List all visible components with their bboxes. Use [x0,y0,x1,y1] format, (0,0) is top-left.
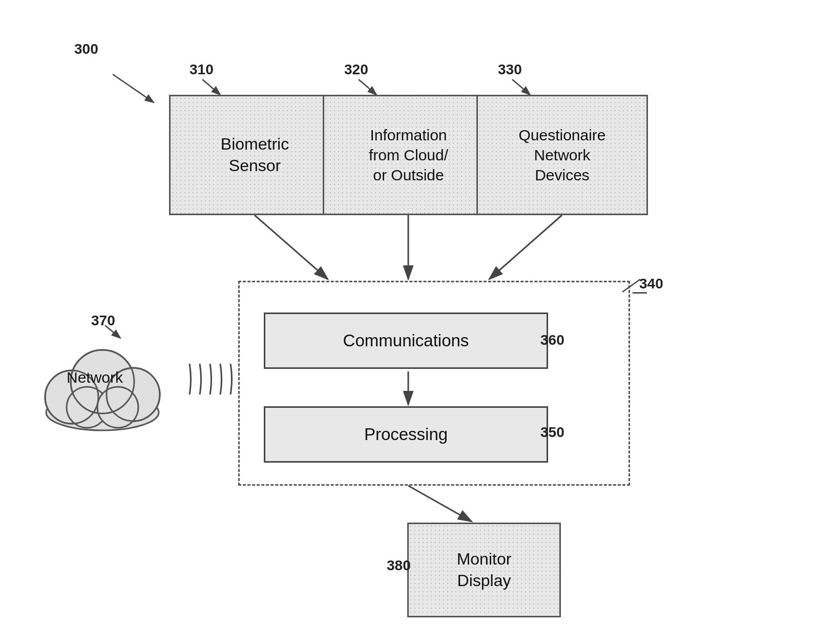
processing-box: Processing [264,406,548,463]
information-cloud-box: Informationfrom Cloud/or Outside [323,95,494,215]
ref-310: 310 [190,61,214,78]
svg-line-2 [255,215,328,279]
ref-350: 350 [540,424,564,441]
ref-360: 360 [540,332,564,348]
questionaire-box: QuestionaireNetworkDevices [476,95,648,215]
communications-label: Communications [343,330,469,352]
svg-line-8 [202,79,220,95]
svg-line-7 [113,74,154,102]
questionaire-label: QuestionaireNetworkDevices [518,125,605,185]
ref-380: 380 [387,557,411,574]
monitor-display-label: MonitorDisplay [457,549,512,591]
svg-line-6 [408,486,472,522]
ref-330: 330 [498,61,522,78]
communications-box: Communications [264,313,548,369]
ref-320: 320 [344,61,368,78]
svg-line-4 [489,215,562,279]
signal-lines [182,343,243,405]
biometric-sensor-label: BiometricSensor [221,134,289,176]
network-label: Network [51,369,138,386]
monitor-display-box: MonitorDisplay [407,523,561,617]
svg-line-10 [512,79,530,95]
svg-line-9 [359,79,376,95]
diagram-container: 300 310 BiometricSensor 320 Informationf… [0,0,817,644]
processing-label: Processing [364,424,448,446]
biometric-sensor-box: BiometricSensor [169,95,341,215]
ref-370: 370 [91,313,115,329]
information-cloud-label: Informationfrom Cloud/or Outside [369,125,448,185]
ref-300: 300 [74,41,98,57]
